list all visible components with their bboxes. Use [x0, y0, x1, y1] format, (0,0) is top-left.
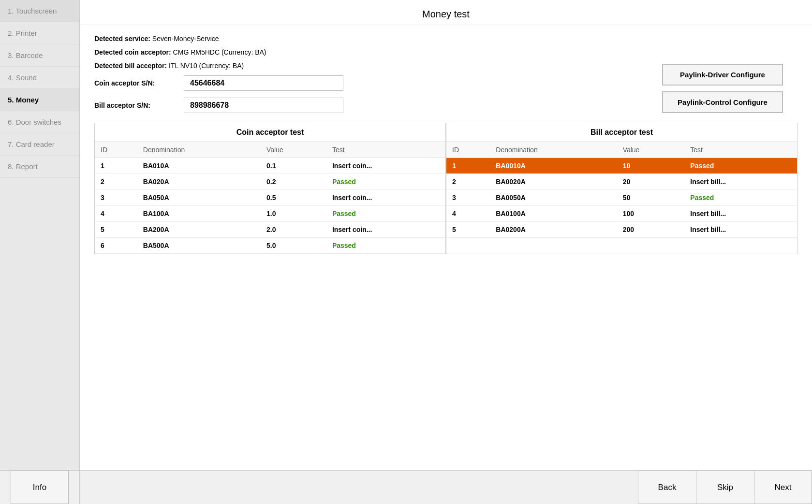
detected-service-value: Seven-Money-Service — [152, 35, 219, 43]
bill-row-value: 50 — [617, 190, 685, 206]
bill-row-value: 10 — [617, 158, 685, 174]
bill-row-value: 100 — [617, 206, 685, 222]
coin-row-denomination: BA200A — [137, 222, 261, 238]
coin-row-value: 0.1 — [261, 158, 326, 174]
footer-right: Back Skip Next — [80, 471, 812, 504]
bill-row-id: 1 — [446, 158, 490, 174]
bill-table-title: Bill acceptor test — [446, 123, 797, 142]
skip-button[interactable]: Skip — [696, 471, 754, 504]
configure-buttons: Paylink-Driver Configure Paylink-Control… — [662, 64, 783, 113]
coin-sn-label: Coin acceptor S/N: — [94, 79, 184, 87]
coin-row-denomination: BA050A — [137, 190, 261, 206]
footer-left: Info — [0, 471, 80, 504]
sidebar: 1. Touchscreen2. Printer3. Barcode4. Sou… — [0, 0, 80, 470]
bill-table-header: ID Denomination Value Test — [446, 142, 797, 158]
coin-row-id: 4 — [95, 206, 137, 222]
sidebar-item-card-reader[interactable]: 7. Card reader — [0, 133, 79, 156]
coin-acceptor-table: ID Denomination Value Test 1 BA010A 0.1 … — [95, 142, 445, 254]
bill-col-denomination: Denomination — [490, 142, 617, 158]
coin-row-value: 0.2 — [261, 174, 326, 190]
detected-coin-value: CMG RM5HDC (Currency: BA) — [173, 48, 266, 56]
sidebar-item-printer[interactable]: 2. Printer — [0, 22, 79, 44]
bill-row-value: 200 — [617, 222, 685, 238]
back-button[interactable]: Back — [638, 471, 696, 504]
coin-row-test: Insert coin... — [326, 222, 445, 238]
next-button[interactable]: Next — [754, 471, 812, 504]
bill-col-id: ID — [446, 142, 490, 158]
table-row: 1 BA0010A 10 Passed — [446, 158, 797, 174]
sidebar-item-touchscreen[interactable]: 1. Touchscreen — [0, 0, 79, 22]
bill-row-denomination: BA0010A — [490, 158, 617, 174]
coin-col-value: Value — [261, 142, 326, 158]
coin-table-body: 1 BA010A 0.1 Insert coin... 2 BA020A 0.2… — [95, 158, 445, 254]
coin-row-test: Insert coin... — [326, 158, 445, 174]
coin-col-id: ID — [95, 142, 137, 158]
coin-col-test: Test — [326, 142, 445, 158]
bill-row-id: 3 — [446, 190, 490, 206]
footer: Info Back Skip Next — [0, 470, 812, 504]
bill-acceptor-table-container: Bill acceptor test ID Denomination Value… — [446, 123, 797, 254]
detected-bill-value: ITL NV10 (Currency: BA) — [169, 62, 244, 70]
sidebar-item-barcode[interactable]: 3. Barcode — [0, 44, 79, 67]
bill-sn-input[interactable] — [184, 98, 343, 113]
coin-row-test: Passed — [326, 206, 445, 222]
page-title: Money test — [80, 0, 812, 25]
coin-row-denomination: BA500A — [137, 238, 261, 254]
coin-row-value: 2.0 — [261, 222, 326, 238]
table-row: 5 BA200A 2.0 Insert coin... — [95, 222, 445, 238]
coin-col-denomination: Denomination — [137, 142, 261, 158]
detected-coin-label: Detected coin acceptor: — [94, 48, 171, 56]
tables-area: Coin acceptor test ID Denomination Value… — [94, 123, 797, 254]
bill-row-test: Insert bill... — [684, 222, 797, 238]
paylink-driver-configure-button[interactable]: Paylink-Driver Configure — [662, 64, 783, 86]
sidebar-item-report[interactable]: 8. Report — [0, 156, 79, 178]
coin-row-id: 2 — [95, 174, 137, 190]
coin-row-value: 5.0 — [261, 238, 326, 254]
table-row: 3 BA0050A 50 Passed — [446, 190, 797, 206]
bill-row-id: 2 — [446, 174, 490, 190]
coin-row-denomination: BA100A — [137, 206, 261, 222]
bill-row-denomination: BA0100A — [490, 206, 617, 222]
coin-row-value: 1.0 — [261, 206, 326, 222]
detected-service-label: Detected service: — [94, 35, 150, 43]
bill-row-denomination: BA0050A — [490, 190, 617, 206]
coin-row-id: 6 — [95, 238, 137, 254]
bill-row-id: 4 — [446, 206, 490, 222]
page-title-text: Money test — [422, 9, 470, 19]
bill-row-test: Passed — [684, 190, 797, 206]
coin-row-id: 5 — [95, 222, 137, 238]
bill-acceptor-table: ID Denomination Value Test 1 BA0010A 10 … — [446, 142, 797, 238]
coin-table-title: Coin acceptor test — [95, 123, 445, 142]
table-row: 1 BA010A 0.1 Insert coin... — [95, 158, 445, 174]
detected-bill-label: Detected bill acceptor: — [94, 62, 167, 70]
bill-row-test: Passed — [684, 158, 797, 174]
sidebar-item-money[interactable]: 5. Money — [0, 89, 79, 111]
coin-row-denomination: BA020A — [137, 174, 261, 190]
bill-row-test: Insert bill... — [684, 174, 797, 190]
bill-row-denomination: BA0200A — [490, 222, 617, 238]
coin-sn-input[interactable] — [184, 75, 343, 91]
table-row: 4 BA0100A 100 Insert bill... — [446, 206, 797, 222]
sidebar-item-door-switches[interactable]: 6. Door switches — [0, 111, 79, 133]
bill-col-test: Test — [684, 142, 797, 158]
table-row: 2 BA0020A 20 Insert bill... — [446, 174, 797, 190]
coin-row-id: 1 — [95, 158, 137, 174]
info-button[interactable]: Info — [11, 471, 69, 504]
table-row: 2 BA020A 0.2 Passed — [95, 174, 445, 190]
bill-col-value: Value — [617, 142, 685, 158]
coin-acceptor-table-container: Coin acceptor test ID Denomination Value… — [94, 123, 446, 254]
bill-row-value: 20 — [617, 174, 685, 190]
paylink-control-configure-button[interactable]: Paylink-Control Configure — [662, 91, 783, 113]
coin-row-id: 3 — [95, 190, 137, 206]
coin-row-test: Insert coin... — [326, 190, 445, 206]
content-body: Detected service: Seven-Money-Service De… — [80, 25, 812, 470]
content-area: Money test Detected service: Seven-Money… — [80, 0, 812, 470]
bill-table-body: 1 BA0010A 10 Passed 2 BA0020A 20 Insert … — [446, 158, 797, 238]
bill-row-id: 5 — [446, 222, 490, 238]
bill-row-denomination: BA0020A — [490, 174, 617, 190]
bill-sn-label: Bill acceptor S/N: — [94, 101, 184, 109]
sidebar-item-sound[interactable]: 4. Sound — [0, 67, 79, 89]
table-row: 3 BA050A 0.5 Insert coin... — [95, 190, 445, 206]
table-row: 6 BA500A 5.0 Passed — [95, 238, 445, 254]
table-row: 4 BA100A 1.0 Passed — [95, 206, 445, 222]
